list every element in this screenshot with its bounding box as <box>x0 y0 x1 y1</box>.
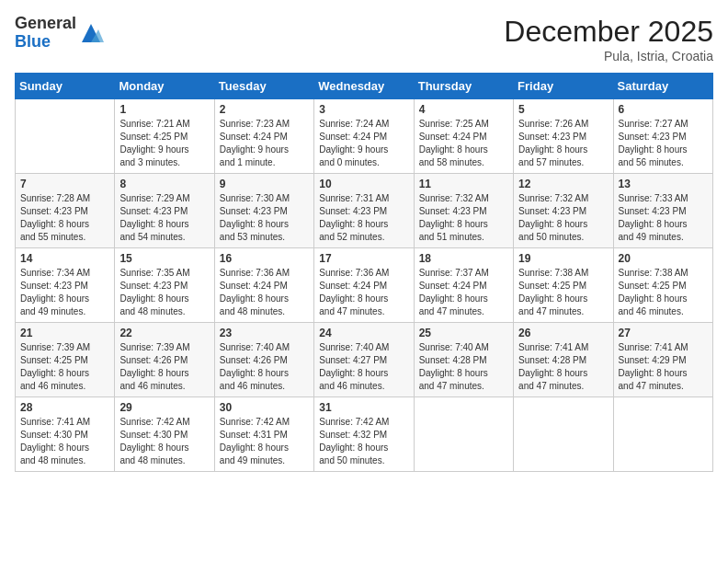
logo-blue: Blue <box>15 33 76 52</box>
day-info: Sunrise: 7:36 AMSunset: 4:24 PMDaylight:… <box>319 267 408 318</box>
header-thursday: Thursday <box>414 74 513 99</box>
day-info: Sunrise: 7:39 AMSunset: 4:26 PMDaylight:… <box>119 341 209 393</box>
page-header: General Blue December 2025 Pula, Istria,… <box>15 15 713 63</box>
day-info: Sunrise: 7:38 AMSunset: 4:25 PMDaylight:… <box>619 267 708 318</box>
day-number: 14 <box>20 252 109 265</box>
header-saturday: Saturday <box>613 74 712 99</box>
day-number: 3 <box>319 103 408 116</box>
calendar-table: Sunday Monday Tuesday Wednesday Thursday… <box>15 73 713 472</box>
header-friday: Friday <box>514 74 613 99</box>
calendar-cell: 22Sunrise: 7:39 AMSunset: 4:26 PMDayligh… <box>115 323 214 397</box>
day-info: Sunrise: 7:35 AMSunset: 4:23 PMDaylight:… <box>119 267 209 318</box>
day-number: 15 <box>119 252 209 265</box>
calendar-cell: 14Sunrise: 7:34 AMSunset: 4:23 PMDayligh… <box>16 248 115 323</box>
day-info: Sunrise: 7:41 AMSunset: 4:30 PMDaylight:… <box>20 416 109 467</box>
day-info: Sunrise: 7:21 AMSunset: 4:25 PMDaylight:… <box>119 118 209 169</box>
calendar-cell: 13Sunrise: 7:33 AMSunset: 4:23 PMDayligh… <box>613 174 712 248</box>
day-number: 24 <box>319 327 408 339</box>
day-info: Sunrise: 7:36 AMSunset: 4:24 PMDaylight:… <box>220 267 309 318</box>
calendar-week-2: 7Sunrise: 7:28 AMSunset: 4:23 PMDaylight… <box>16 174 713 248</box>
day-info: Sunrise: 7:42 AMSunset: 4:32 PMDaylight:… <box>319 416 408 467</box>
calendar-cell <box>16 99 115 174</box>
day-number: 5 <box>518 103 608 116</box>
day-number: 10 <box>319 178 408 190</box>
calendar-cell: 8Sunrise: 7:29 AMSunset: 4:23 PMDaylight… <box>115 174 214 248</box>
calendar-cell: 24Sunrise: 7:40 AMSunset: 4:27 PMDayligh… <box>314 323 414 397</box>
day-info: Sunrise: 7:27 AMSunset: 4:23 PMDaylight:… <box>619 118 708 169</box>
day-number: 29 <box>119 401 209 414</box>
day-info: Sunrise: 7:42 AMSunset: 4:31 PMDaylight:… <box>220 416 309 467</box>
calendar-cell: 1Sunrise: 7:21 AMSunset: 4:25 PMDaylight… <box>115 99 214 174</box>
day-number: 26 <box>518 327 608 339</box>
calendar-cell: 6Sunrise: 7:27 AMSunset: 4:23 PMDaylight… <box>613 99 712 174</box>
day-info: Sunrise: 7:30 AMSunset: 4:23 PMDaylight:… <box>220 192 309 244</box>
header-monday: Monday <box>115 74 214 99</box>
calendar-cell: 7Sunrise: 7:28 AMSunset: 4:23 PMDaylight… <box>16 174 115 248</box>
day-number: 7 <box>20 178 109 190</box>
day-number: 25 <box>419 327 508 339</box>
calendar-cell: 18Sunrise: 7:37 AMSunset: 4:24 PMDayligh… <box>414 248 513 323</box>
calendar-week-1: 1Sunrise: 7:21 AMSunset: 4:25 PMDaylight… <box>16 99 713 174</box>
location: Pula, Istria, Croatia <box>504 49 713 63</box>
day-number: 12 <box>518 178 608 190</box>
logo-general: General <box>15 15 76 33</box>
day-number: 22 <box>119 327 209 339</box>
calendar-cell: 25Sunrise: 7:40 AMSunset: 4:28 PMDayligh… <box>414 323 513 397</box>
day-number: 28 <box>20 401 109 414</box>
calendar-cell: 5Sunrise: 7:26 AMSunset: 4:23 PMDaylight… <box>514 99 613 174</box>
day-number: 18 <box>419 252 508 265</box>
calendar-header: Sunday Monday Tuesday Wednesday Thursday… <box>16 74 713 99</box>
day-number: 21 <box>20 327 109 339</box>
day-info: Sunrise: 7:31 AMSunset: 4:23 PMDaylight:… <box>319 192 408 244</box>
day-info: Sunrise: 7:42 AMSunset: 4:30 PMDaylight:… <box>119 416 209 467</box>
day-info: Sunrise: 7:29 AMSunset: 4:23 PMDaylight:… <box>119 192 209 244</box>
calendar-cell: 23Sunrise: 7:40 AMSunset: 4:26 PMDayligh… <box>214 323 313 397</box>
calendar-cell: 12Sunrise: 7:32 AMSunset: 4:23 PMDayligh… <box>514 174 613 248</box>
calendar-cell: 9Sunrise: 7:30 AMSunset: 4:23 PMDaylight… <box>214 174 313 248</box>
day-info: Sunrise: 7:40 AMSunset: 4:27 PMDaylight:… <box>319 341 408 393</box>
day-number: 27 <box>619 327 708 339</box>
day-number: 13 <box>619 178 708 190</box>
day-info: Sunrise: 7:40 AMSunset: 4:28 PMDaylight:… <box>419 341 508 393</box>
day-info: Sunrise: 7:33 AMSunset: 4:23 PMDaylight:… <box>619 192 708 244</box>
header-tuesday: Tuesday <box>214 74 313 99</box>
day-info: Sunrise: 7:41 AMSunset: 4:29 PMDaylight:… <box>619 341 708 393</box>
calendar-cell: 10Sunrise: 7:31 AMSunset: 4:23 PMDayligh… <box>314 174 414 248</box>
weekday-header-row: Sunday Monday Tuesday Wednesday Thursday… <box>16 74 713 99</box>
calendar-cell: 20Sunrise: 7:38 AMSunset: 4:25 PMDayligh… <box>613 248 712 323</box>
calendar-cell: 26Sunrise: 7:41 AMSunset: 4:28 PMDayligh… <box>514 323 613 397</box>
day-number: 20 <box>619 252 708 265</box>
logo-icon <box>78 20 104 46</box>
calendar-body: 1Sunrise: 7:21 AMSunset: 4:25 PMDaylight… <box>16 99 713 472</box>
day-info: Sunrise: 7:28 AMSunset: 4:23 PMDaylight:… <box>20 192 109 244</box>
day-number: 19 <box>518 252 608 265</box>
header-wednesday: Wednesday <box>314 74 414 99</box>
calendar-cell: 31Sunrise: 7:42 AMSunset: 4:32 PMDayligh… <box>314 397 414 472</box>
calendar-cell <box>613 397 712 472</box>
header-sunday: Sunday <box>16 74 115 99</box>
calendar-cell: 29Sunrise: 7:42 AMSunset: 4:30 PMDayligh… <box>115 397 214 472</box>
day-number: 31 <box>319 401 408 414</box>
title-block: December 2025 Pula, Istria, Croatia <box>504 15 713 63</box>
month-title: December 2025 <box>504 15 713 49</box>
day-number: 30 <box>220 401 309 414</box>
day-info: Sunrise: 7:39 AMSunset: 4:25 PMDaylight:… <box>20 341 109 393</box>
day-number: 4 <box>419 103 508 116</box>
calendar-cell: 16Sunrise: 7:36 AMSunset: 4:24 PMDayligh… <box>214 248 313 323</box>
calendar-cell: 15Sunrise: 7:35 AMSunset: 4:23 PMDayligh… <box>115 248 214 323</box>
day-number: 11 <box>419 178 508 190</box>
calendar-cell: 4Sunrise: 7:25 AMSunset: 4:24 PMDaylight… <box>414 99 513 174</box>
calendar-cell: 17Sunrise: 7:36 AMSunset: 4:24 PMDayligh… <box>314 248 414 323</box>
day-info: Sunrise: 7:41 AMSunset: 4:28 PMDaylight:… <box>518 341 608 393</box>
calendar-week-5: 28Sunrise: 7:41 AMSunset: 4:30 PMDayligh… <box>16 397 713 472</box>
calendar-cell: 3Sunrise: 7:24 AMSunset: 4:24 PMDaylight… <box>314 99 414 174</box>
day-info: Sunrise: 7:32 AMSunset: 4:23 PMDaylight:… <box>518 192 608 244</box>
calendar-cell: 19Sunrise: 7:38 AMSunset: 4:25 PMDayligh… <box>514 248 613 323</box>
day-info: Sunrise: 7:38 AMSunset: 4:25 PMDaylight:… <box>518 267 608 318</box>
day-number: 9 <box>220 178 309 190</box>
day-number: 6 <box>619 103 708 116</box>
day-info: Sunrise: 7:24 AMSunset: 4:24 PMDaylight:… <box>319 118 408 169</box>
logo: General Blue <box>15 15 104 52</box>
day-info: Sunrise: 7:40 AMSunset: 4:26 PMDaylight:… <box>220 341 309 393</box>
calendar-cell: 21Sunrise: 7:39 AMSunset: 4:25 PMDayligh… <box>16 323 115 397</box>
